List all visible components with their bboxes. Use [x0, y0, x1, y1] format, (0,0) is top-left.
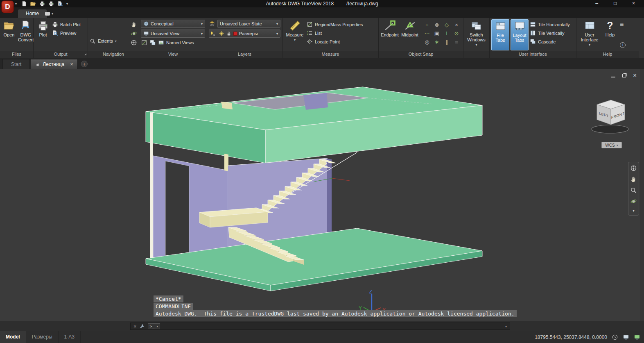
list-icon	[307, 30, 313, 36]
help-button[interactable]: ? Help	[602, 19, 618, 50]
full-navigation-wheel-icon[interactable]	[630, 165, 637, 172]
view-tool-button-1[interactable]	[141, 39, 147, 46]
snap-settings-icon[interactable]: ≡	[452, 38, 461, 47]
ribbon-options-icon[interactable]: ≡	[620, 21, 626, 28]
clock-icon[interactable]	[612, 334, 618, 341]
minimize-button[interactable]: –	[588, 0, 606, 7]
doc-minimize-icon[interactable]	[611, 74, 615, 77]
layout-tab-1a3[interactable]: 1-А3	[59, 331, 81, 343]
document-window-controls: ×	[611, 73, 637, 78]
orbit-button[interactable]	[131, 30, 137, 37]
tab-home[interactable]: Home	[18, 9, 47, 18]
layout-tabs-toggle-button[interactable]: Layout Tabs	[511, 19, 529, 50]
navbar-options-caret-icon[interactable]: ▾	[633, 209, 634, 213]
snap-tangent-icon[interactable]: ⊙	[452, 30, 461, 38]
hardware-acceleration-monitor-icon[interactable]	[623, 334, 629, 341]
region-mass-properties-button[interactable]: Region/Mass Properties	[307, 21, 363, 27]
steering-wheel-button[interactable]	[131, 39, 137, 46]
layout-tab-razmery[interactable]: Размеры	[26, 331, 59, 343]
named-views-button[interactable]: Named Views	[158, 40, 194, 46]
plot-button[interactable]: Plot	[35, 19, 51, 50]
switch-windows-button[interactable]: Switch Windows ▾	[465, 19, 488, 50]
viewcube-compass-ring[interactable]	[592, 125, 628, 133]
status-bar: Model Размеры 1-А3 18795.5443, 25037.844…	[0, 331, 644, 343]
snap-center-icon[interactable]: ○	[422, 21, 432, 30]
application-window: ▾ Autodesk DWG TrueView 2018Лестница.dwg…	[0, 0, 644, 343]
plot-printer-icon	[38, 20, 49, 31]
close-button[interactable]: ×	[624, 0, 643, 7]
layout-tab-model[interactable]: Model	[0, 331, 26, 343]
zoom-icon[interactable]	[630, 187, 637, 194]
zoom-extents-button[interactable]: Extents ▾	[90, 32, 117, 50]
output-dialog-launcher-icon[interactable]	[84, 53, 86, 55]
tile-horizontally-button[interactable]: Tile Horizontally	[530, 21, 570, 27]
opening-wall-face	[303, 93, 328, 110]
view-state-caret-icon: ▾	[201, 32, 203, 36]
view-cube[interactable]: LEFT FRONT	[592, 100, 628, 133]
snap-nearest-icon[interactable]: ◎	[422, 38, 432, 47]
panel-help: User Interface ▾ ? Help ≡ i Help	[576, 18, 639, 58]
wcs-indicator[interactable]: WCS ▾	[601, 142, 622, 148]
orbit-icon[interactable]	[630, 198, 637, 205]
layer-select-caret-icon: ▾	[276, 32, 278, 36]
doc-close-icon[interactable]: ×	[633, 73, 637, 77]
file-tabs-toggle-button[interactable]: File Tabs	[491, 19, 509, 50]
snap-intersection-icon[interactable]: ×	[452, 21, 461, 30]
snap-insertion-icon[interactable]: ▣	[432, 30, 442, 38]
dwg-convert-button[interactable]: DWG Convert	[18, 19, 34, 50]
snap-endpoint-button[interactable]: Endpoint	[380, 19, 399, 50]
snap-quadrant-icon[interactable]: ◇	[442, 21, 452, 30]
snap-extension-icon[interactable]: ⋯	[422, 30, 432, 38]
view-tool-button-2[interactable]	[149, 39, 156, 46]
snap-endpoint-icon	[384, 20, 395, 31]
maximize-button[interactable]: □	[606, 0, 624, 7]
command-bar: × >_ ▾ ▾	[0, 321, 644, 331]
info-center-icon[interactable]: i	[620, 42, 626, 48]
graphics-performance-monitor-icon[interactable]	[634, 334, 640, 341]
file-tab-document[interactable]: Лестница ×	[31, 59, 78, 69]
ribbon-display-cycle-button[interactable]: ▾	[45, 11, 53, 17]
measure-ruler-icon	[289, 20, 301, 31]
application-menu-button[interactable]: D	[1, 0, 14, 13]
cascade-icon	[530, 39, 536, 45]
command-history-caret-icon[interactable]: ▾	[505, 325, 507, 328]
new-tab-button[interactable]: +	[81, 61, 88, 67]
file-tab-start[interactable]: Start	[2, 59, 30, 69]
file-tab-close-icon[interactable]: ×	[70, 61, 73, 67]
pan-button[interactable]	[131, 21, 137, 28]
application-menu-caret-icon[interactable]: ▾	[15, 2, 17, 6]
command-prompt-chip[interactable]: >_ ▾	[148, 323, 160, 329]
batch-plot-button[interactable]: Batch Plot	[52, 21, 81, 27]
cascade-button[interactable]: Cascade	[530, 39, 570, 45]
locate-point-button[interactable]: Locate Point	[307, 39, 363, 45]
snap-apparent-intersection-icon[interactable]: ∗	[432, 38, 442, 47]
snap-parallel-icon[interactable]: ∥	[442, 38, 452, 47]
command-close-icon[interactable]: ×	[133, 323, 137, 329]
list-button[interactable]: List	[307, 30, 363, 36]
pan-hand-icon	[131, 21, 137, 28]
visual-style-select[interactable]: Conceptual ▾	[141, 20, 205, 28]
measure-button[interactable]: Measure ▾	[284, 19, 305, 50]
open-button[interactable]: Open	[2, 19, 16, 50]
tile-vertically-button[interactable]: Tile Vertically	[530, 30, 570, 36]
command-history-line: Autodesk DWG. This file is a TrustedDWG …	[154, 310, 517, 317]
command-input-strip[interactable]: × >_ ▾ ▾	[130, 323, 510, 330]
doc-restore-icon[interactable]	[622, 74, 626, 77]
tile-horizontally-icon	[530, 21, 536, 27]
layer-properties-button[interactable]	[209, 20, 215, 27]
user-interface-button[interactable]: User Interface ▾	[578, 19, 601, 50]
navigation-bar: ▾	[628, 162, 639, 216]
wall-corner-sliver	[224, 154, 228, 171]
view-state-select[interactable]: Unsaved View ▾	[141, 30, 205, 38]
command-customize-wrench-icon[interactable]	[140, 324, 145, 329]
pan-icon[interactable]	[630, 176, 637, 183]
layer-select[interactable]: Размеры ▾	[209, 30, 280, 38]
layer-state-select[interactable]: Unsaved Layer State ▾	[217, 20, 280, 28]
snap-node-icon[interactable]: ⊗	[432, 21, 442, 30]
ribbon-display-caret-icon: ▾	[52, 12, 53, 16]
snap-perpendicular-icon[interactable]: ⊥	[442, 30, 452, 38]
preview-button[interactable]: Preview	[52, 30, 81, 36]
drawing-viewport[interactable]: Z Y X LEFT FRONT × WCS	[0, 69, 644, 321]
title-bar: ▾ Autodesk DWG TrueView 2018Лестница.dwg…	[0, 0, 644, 7]
snap-midpoint-button[interactable]: Midpoint	[400, 19, 419, 50]
